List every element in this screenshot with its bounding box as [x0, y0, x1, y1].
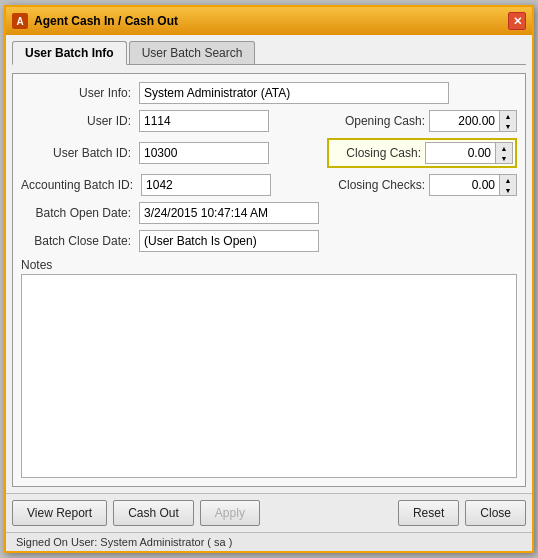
main-window: A Agent Cash In / Cash Out ✕ User Batch … — [4, 5, 534, 553]
accounting-batch-id-input[interactable] — [141, 174, 271, 196]
status-text: Signed On User: System Administrator ( s… — [16, 536, 232, 548]
closing-cash-spinner-buttons: ▲ ▼ — [495, 142, 513, 164]
batch-close-date-row: Batch Close Date: — [21, 230, 517, 252]
accountingbatchid-col: Accounting Batch ID: — [21, 174, 323, 196]
user-id-input[interactable] — [139, 110, 269, 132]
close-icon[interactable]: ✕ — [508, 12, 526, 30]
button-bar: View Report Cash Out Apply Reset Close — [6, 493, 532, 532]
userid-col: User ID: — [21, 110, 323, 132]
closing-checks-spinner-buttons: ▲ ▼ — [499, 174, 517, 196]
userbatchid-closingcash-row: User Batch ID: Closing Cash: ▲ ▼ — [21, 138, 517, 168]
opening-cash-input[interactable] — [429, 110, 499, 132]
batch-open-date-input[interactable] — [139, 202, 319, 224]
window-title: Agent Cash In / Cash Out — [34, 14, 178, 28]
apply-button[interactable]: Apply — [200, 500, 260, 526]
tab-user-batch-search[interactable]: User Batch Search — [129, 41, 256, 64]
title-bar: A Agent Cash In / Cash Out ✕ — [6, 7, 532, 35]
user-id-label: User ID: — [21, 114, 131, 128]
closing-cash-down-button[interactable]: ▼ — [496, 153, 512, 163]
opening-cash-label: Opening Cash: — [335, 114, 425, 128]
form-section: User Info: User ID: Opening Cash: ▲ ▼ — [12, 73, 526, 487]
closing-cash-input[interactable] — [425, 142, 495, 164]
userid-opening-row: User ID: Opening Cash: ▲ ▼ — [21, 110, 517, 132]
batch-open-date-row: Batch Open Date: — [21, 202, 517, 224]
status-bar: Signed On User: System Administrator ( s… — [6, 532, 532, 551]
closing-checks-up-button[interactable]: ▲ — [500, 175, 516, 185]
opening-cash-spinner-buttons: ▲ ▼ — [499, 110, 517, 132]
opening-cash-down-button[interactable]: ▼ — [500, 121, 516, 131]
notes-textarea[interactable] — [21, 274, 517, 478]
opening-cash-spinner: ▲ ▼ — [429, 110, 517, 132]
batch-open-date-label: Batch Open Date: — [21, 206, 131, 220]
closing-cash-highlighted: Closing Cash: ▲ ▼ — [327, 138, 517, 168]
closing-cash-up-button[interactable]: ▲ — [496, 143, 512, 153]
app-icon: A — [12, 13, 28, 29]
user-info-input[interactable] — [139, 82, 449, 104]
opening-cash-up-button[interactable]: ▲ — [500, 111, 516, 121]
userbatchid-col: User Batch ID: — [21, 142, 315, 164]
tab-user-batch-info[interactable]: User Batch Info — [12, 41, 127, 65]
batch-close-date-input[interactable] — [139, 230, 319, 252]
reset-button[interactable]: Reset — [398, 500, 459, 526]
content-area: User Batch Info User Batch Search User I… — [6, 35, 532, 493]
user-info-row: User Info: — [21, 82, 517, 104]
user-batch-id-label: User Batch ID: — [21, 146, 131, 160]
notes-label: Notes — [21, 258, 517, 272]
close-button[interactable]: Close — [465, 500, 526, 526]
opening-cash-col: Opening Cash: ▲ ▼ — [335, 110, 517, 132]
batch-close-date-label: Batch Close Date: — [21, 234, 131, 248]
title-bar-left: A Agent Cash In / Cash Out — [12, 13, 178, 29]
closing-cash-spinner: ▲ ▼ — [425, 142, 513, 164]
closing-checks-col: Closing Checks: ▲ ▼ — [335, 174, 517, 196]
tab-bar: User Batch Info User Batch Search — [12, 41, 526, 65]
cash-out-button[interactable]: Cash Out — [113, 500, 194, 526]
closing-checks-input[interactable] — [429, 174, 499, 196]
accountingbatchid-closingchecks-row: Accounting Batch ID: Closing Checks: ▲ ▼ — [21, 174, 517, 196]
closing-cash-label: Closing Cash: — [331, 146, 421, 160]
view-report-button[interactable]: View Report — [12, 500, 107, 526]
closing-checks-label: Closing Checks: — [335, 178, 425, 192]
accounting-batch-id-label: Accounting Batch ID: — [21, 178, 133, 192]
user-batch-id-input[interactable] — [139, 142, 269, 164]
user-info-label: User Info: — [21, 86, 131, 100]
notes-section: Notes — [21, 258, 517, 478]
closing-checks-down-button[interactable]: ▼ — [500, 185, 516, 195]
closing-checks-spinner: ▲ ▼ — [429, 174, 517, 196]
